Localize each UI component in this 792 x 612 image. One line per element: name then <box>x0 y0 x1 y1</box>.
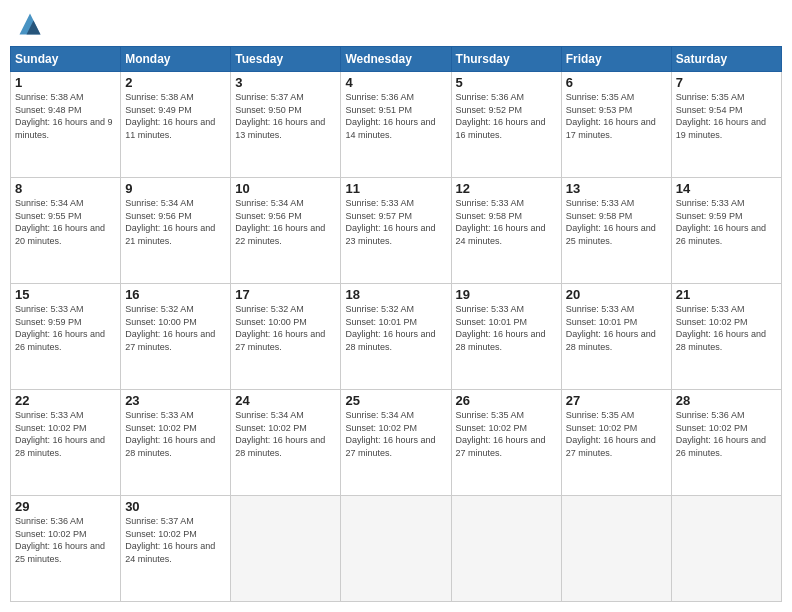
day-number: 4 <box>345 75 446 90</box>
calendar-cell: 22Sunrise: 5:33 AMSunset: 10:02 PMDaylig… <box>11 390 121 496</box>
calendar-week-2: 8Sunrise: 5:34 AMSunset: 9:55 PMDaylight… <box>11 178 782 284</box>
day-number: 13 <box>566 181 667 196</box>
day-info: Sunrise: 5:33 AMSunset: 10:02 PMDaylight… <box>125 409 226 459</box>
day-info: Sunrise: 5:36 AMSunset: 9:52 PMDaylight:… <box>456 91 557 141</box>
calendar-cell: 27Sunrise: 5:35 AMSunset: 10:02 PMDaylig… <box>561 390 671 496</box>
calendar-cell: 26Sunrise: 5:35 AMSunset: 10:02 PMDaylig… <box>451 390 561 496</box>
day-number: 8 <box>15 181 116 196</box>
day-number: 16 <box>125 287 226 302</box>
day-info: Sunrise: 5:35 AMSunset: 10:02 PMDaylight… <box>456 409 557 459</box>
day-number: 26 <box>456 393 557 408</box>
day-info: Sunrise: 5:35 AMSunset: 10:02 PMDaylight… <box>566 409 667 459</box>
day-number: 20 <box>566 287 667 302</box>
day-number: 27 <box>566 393 667 408</box>
calendar-cell: 21Sunrise: 5:33 AMSunset: 10:02 PMDaylig… <box>671 284 781 390</box>
calendar-cell: 2Sunrise: 5:38 AMSunset: 9:49 PMDaylight… <box>121 72 231 178</box>
day-number: 11 <box>345 181 446 196</box>
day-number: 24 <box>235 393 336 408</box>
calendar-cell: 10Sunrise: 5:34 AMSunset: 9:56 PMDayligh… <box>231 178 341 284</box>
calendar-cell: 6Sunrise: 5:35 AMSunset: 9:53 PMDaylight… <box>561 72 671 178</box>
day-number: 18 <box>345 287 446 302</box>
day-number: 22 <box>15 393 116 408</box>
calendar-cell: 5Sunrise: 5:36 AMSunset: 9:52 PMDaylight… <box>451 72 561 178</box>
calendar-cell: 1Sunrise: 5:38 AMSunset: 9:48 PMDaylight… <box>11 72 121 178</box>
calendar-cell: 15Sunrise: 5:33 AMSunset: 9:59 PMDayligh… <box>11 284 121 390</box>
day-number: 14 <box>676 181 777 196</box>
calendar-cell: 3Sunrise: 5:37 AMSunset: 9:50 PMDaylight… <box>231 72 341 178</box>
calendar-cell: 17Sunrise: 5:32 AMSunset: 10:00 PMDaylig… <box>231 284 341 390</box>
day-number: 15 <box>15 287 116 302</box>
col-header-tuesday: Tuesday <box>231 47 341 72</box>
day-info: Sunrise: 5:33 AMSunset: 9:57 PMDaylight:… <box>345 197 446 247</box>
day-info: Sunrise: 5:32 AMSunset: 10:01 PMDaylight… <box>345 303 446 353</box>
day-info: Sunrise: 5:34 AMSunset: 10:02 PMDaylight… <box>235 409 336 459</box>
calendar-cell: 4Sunrise: 5:36 AMSunset: 9:51 PMDaylight… <box>341 72 451 178</box>
day-number: 6 <box>566 75 667 90</box>
calendar-cell: 29Sunrise: 5:36 AMSunset: 10:02 PMDaylig… <box>11 496 121 602</box>
col-header-friday: Friday <box>561 47 671 72</box>
calendar-cell: 9Sunrise: 5:34 AMSunset: 9:56 PMDaylight… <box>121 178 231 284</box>
day-number: 19 <box>456 287 557 302</box>
day-info: Sunrise: 5:33 AMSunset: 9:59 PMDaylight:… <box>15 303 116 353</box>
day-number: 2 <box>125 75 226 90</box>
calendar-cell: 14Sunrise: 5:33 AMSunset: 9:59 PMDayligh… <box>671 178 781 284</box>
day-info: Sunrise: 5:33 AMSunset: 9:58 PMDaylight:… <box>566 197 667 247</box>
calendar-cell: 20Sunrise: 5:33 AMSunset: 10:01 PMDaylig… <box>561 284 671 390</box>
day-number: 1 <box>15 75 116 90</box>
day-info: Sunrise: 5:33 AMSunset: 9:58 PMDaylight:… <box>456 197 557 247</box>
day-number: 28 <box>676 393 777 408</box>
day-info: Sunrise: 5:34 AMSunset: 10:02 PMDaylight… <box>345 409 446 459</box>
calendar-week-5: 29Sunrise: 5:36 AMSunset: 10:02 PMDaylig… <box>11 496 782 602</box>
calendar-cell: 8Sunrise: 5:34 AMSunset: 9:55 PMDaylight… <box>11 178 121 284</box>
day-info: Sunrise: 5:36 AMSunset: 9:51 PMDaylight:… <box>345 91 446 141</box>
calendar-cell: 13Sunrise: 5:33 AMSunset: 9:58 PMDayligh… <box>561 178 671 284</box>
day-info: Sunrise: 5:38 AMSunset: 9:48 PMDaylight:… <box>15 91 116 141</box>
calendar-cell: 16Sunrise: 5:32 AMSunset: 10:00 PMDaylig… <box>121 284 231 390</box>
col-header-thursday: Thursday <box>451 47 561 72</box>
day-info: Sunrise: 5:33 AMSunset: 10:01 PMDaylight… <box>456 303 557 353</box>
col-header-saturday: Saturday <box>671 47 781 72</box>
calendar-week-4: 22Sunrise: 5:33 AMSunset: 10:02 PMDaylig… <box>11 390 782 496</box>
day-number: 12 <box>456 181 557 196</box>
day-number: 10 <box>235 181 336 196</box>
day-number: 5 <box>456 75 557 90</box>
day-info: Sunrise: 5:37 AMSunset: 9:50 PMDaylight:… <box>235 91 336 141</box>
calendar-cell: 28Sunrise: 5:36 AMSunset: 10:02 PMDaylig… <box>671 390 781 496</box>
day-info: Sunrise: 5:36 AMSunset: 10:02 PMDaylight… <box>676 409 777 459</box>
day-number: 25 <box>345 393 446 408</box>
day-info: Sunrise: 5:36 AMSunset: 10:02 PMDaylight… <box>15 515 116 565</box>
day-number: 29 <box>15 499 116 514</box>
day-info: Sunrise: 5:33 AMSunset: 10:02 PMDaylight… <box>15 409 116 459</box>
day-info: Sunrise: 5:35 AMSunset: 9:53 PMDaylight:… <box>566 91 667 141</box>
day-number: 17 <box>235 287 336 302</box>
day-number: 21 <box>676 287 777 302</box>
calendar-cell: 23Sunrise: 5:33 AMSunset: 10:02 PMDaylig… <box>121 390 231 496</box>
calendar-week-3: 15Sunrise: 5:33 AMSunset: 9:59 PMDayligh… <box>11 284 782 390</box>
calendar-header-row: SundayMondayTuesdayWednesdayThursdayFrid… <box>11 47 782 72</box>
logo-icon <box>14 10 46 38</box>
day-info: Sunrise: 5:35 AMSunset: 9:54 PMDaylight:… <box>676 91 777 141</box>
day-info: Sunrise: 5:34 AMSunset: 9:56 PMDaylight:… <box>125 197 226 247</box>
calendar-cell: 25Sunrise: 5:34 AMSunset: 10:02 PMDaylig… <box>341 390 451 496</box>
calendar-body: 1Sunrise: 5:38 AMSunset: 9:48 PMDaylight… <box>11 72 782 602</box>
calendar-week-1: 1Sunrise: 5:38 AMSunset: 9:48 PMDaylight… <box>11 72 782 178</box>
day-number: 23 <box>125 393 226 408</box>
calendar-cell <box>561 496 671 602</box>
calendar-cell: 11Sunrise: 5:33 AMSunset: 9:57 PMDayligh… <box>341 178 451 284</box>
logo <box>14 10 50 38</box>
calendar-table: SundayMondayTuesdayWednesdayThursdayFrid… <box>10 46 782 602</box>
day-info: Sunrise: 5:33 AMSunset: 9:59 PMDaylight:… <box>676 197 777 247</box>
day-info: Sunrise: 5:32 AMSunset: 10:00 PMDaylight… <box>125 303 226 353</box>
day-info: Sunrise: 5:34 AMSunset: 9:56 PMDaylight:… <box>235 197 336 247</box>
col-header-wednesday: Wednesday <box>341 47 451 72</box>
col-header-monday: Monday <box>121 47 231 72</box>
day-info: Sunrise: 5:38 AMSunset: 9:49 PMDaylight:… <box>125 91 226 141</box>
col-header-sunday: Sunday <box>11 47 121 72</box>
page: SundayMondayTuesdayWednesdayThursdayFrid… <box>0 0 792 612</box>
day-info: Sunrise: 5:34 AMSunset: 9:55 PMDaylight:… <box>15 197 116 247</box>
calendar-cell: 7Sunrise: 5:35 AMSunset: 9:54 PMDaylight… <box>671 72 781 178</box>
day-number: 9 <box>125 181 226 196</box>
day-number: 30 <box>125 499 226 514</box>
calendar-cell: 19Sunrise: 5:33 AMSunset: 10:01 PMDaylig… <box>451 284 561 390</box>
calendar-cell <box>231 496 341 602</box>
